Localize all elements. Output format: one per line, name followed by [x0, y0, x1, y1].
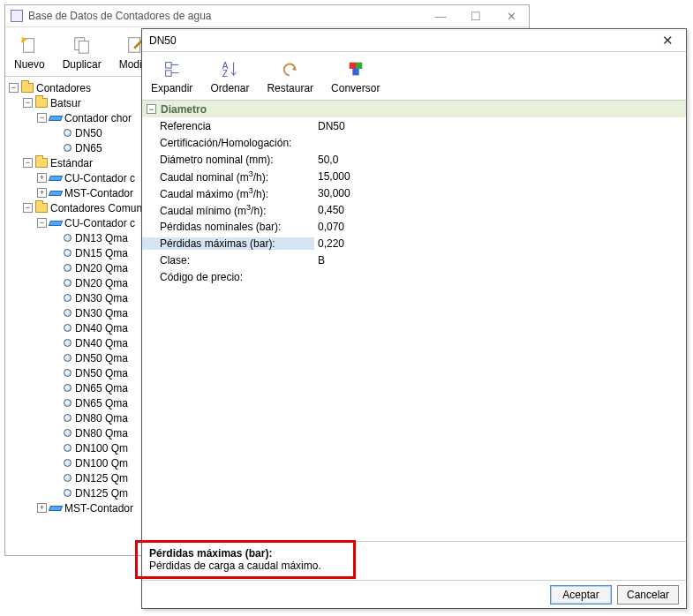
property-row[interactable]: Clase:B	[142, 252, 686, 268]
duplicar-label: Duplicar	[63, 58, 102, 71]
property-label: Caudal nominal (m3/h):	[142, 169, 314, 184]
tree-toggle[interactable]: −	[9, 83, 19, 93]
tree-toggle[interactable]: −	[37, 113, 47, 123]
tree-toggle[interactable]: +	[37, 173, 47, 183]
tree-toggle[interactable]: −	[23, 98, 33, 108]
item-icon	[64, 249, 72, 257]
meter-icon	[49, 116, 63, 121]
svg-text:Z: Z	[222, 69, 228, 79]
meter-icon	[49, 221, 63, 226]
property-row[interactable]: Caudal mínimo (m3/h):0,450	[142, 201, 686, 218]
tree-toggle[interactable]: −	[37, 218, 47, 228]
tree-label: DN50	[75, 127, 102, 139]
tree-toggle[interactable]: −	[23, 158, 33, 168]
property-value[interactable]: 0,450	[314, 204, 686, 216]
tree-label: DN15 Qma	[75, 247, 128, 259]
tree-label: DN40 Qma	[75, 322, 128, 334]
restaurar-button[interactable]: Restaurar	[258, 52, 322, 100]
item-icon	[64, 144, 72, 152]
item-icon	[64, 354, 72, 362]
tree-label: DN30 Qma	[75, 307, 128, 319]
description-heading: Pérdidas máximas (bar):	[149, 547, 679, 560]
property-list: ReferenciaDN50Certificación/Homologación…	[142, 117, 686, 541]
item-icon	[64, 459, 72, 467]
app-icon	[11, 10, 23, 22]
item-icon	[64, 264, 72, 272]
ordenar-button[interactable]: AZ Ordenar	[201, 52, 258, 100]
item-icon	[64, 489, 72, 497]
property-value[interactable]: 0,220	[314, 237, 686, 250]
property-value[interactable]: 30,000	[314, 187, 686, 199]
folder-icon	[35, 203, 48, 213]
tree-label: DN80 Qma	[75, 427, 128, 439]
item-icon	[64, 444, 72, 452]
close-button[interactable]: ✕	[493, 10, 529, 23]
property-row[interactable]: Certificación/Homologación:	[142, 134, 686, 151]
undo-icon	[281, 59, 300, 79]
item-icon	[64, 474, 72, 482]
expandir-button[interactable]: Expandir	[142, 52, 201, 100]
conversor-icon	[346, 59, 365, 79]
tree-label: MST-Contador	[64, 187, 133, 199]
item-icon	[64, 234, 72, 242]
tree-toggle[interactable]: +	[37, 188, 47, 198]
property-row[interactable]: Pérdidas nominales (bar):0,070	[142, 218, 686, 235]
tree-label: CU-Contador c	[64, 172, 135, 184]
maximize-button[interactable]: ☐	[458, 10, 493, 23]
meter-icon	[49, 506, 63, 511]
dialog-footer: Pérdidas máximas (bar): Pérdidas de carg…	[142, 541, 686, 608]
folder-icon	[21, 83, 34, 93]
tree-toggle[interactable]: −	[23, 203, 33, 213]
collapse-icon[interactable]: −	[147, 104, 156, 114]
section-header[interactable]: − Diametro	[142, 101, 686, 117]
item-icon	[64, 414, 72, 422]
tree-label: Batsur	[50, 97, 81, 109]
svg-rect-2	[79, 41, 88, 53]
tree-label: DN30 Qma	[75, 292, 128, 304]
property-row[interactable]: Caudal nominal (m3/h):15,000	[142, 168, 686, 184]
property-label: Código de precio:	[142, 271, 314, 283]
property-value[interactable]: 0,070	[314, 221, 686, 233]
tree-label: DN50 Qma	[75, 352, 128, 364]
tree-label: Estándar	[50, 157, 93, 169]
new-icon	[19, 35, 39, 55]
tree-label: DN65 Qma	[75, 382, 128, 394]
property-label: Referencia	[142, 120, 314, 132]
property-value[interactable]: B	[314, 254, 686, 267]
dialog-title: DN50	[149, 34, 177, 47]
property-value[interactable]: 50,0	[314, 154, 686, 166]
minimize-button[interactable]: —	[423, 10, 458, 23]
duplicar-button[interactable]: Duplicar	[54, 27, 110, 76]
button-row: Aceptar Cancelar	[142, 580, 686, 608]
item-icon	[64, 399, 72, 407]
description-text: Pérdidas de carga a caudal máximo.	[149, 560, 679, 572]
restaurar-label: Restaurar	[267, 82, 313, 94]
item-icon	[64, 429, 72, 437]
property-value[interactable]: 15,000	[314, 170, 686, 183]
property-row[interactable]: ReferenciaDN50	[142, 117, 686, 134]
property-row[interactable]: Diámetro nominal (mm):50,0	[142, 151, 686, 168]
expand-icon	[162, 59, 182, 79]
ok-button[interactable]: Aceptar	[550, 585, 612, 605]
property-row[interactable]: Caudal máximo (m3/h):30,000	[142, 184, 686, 201]
property-value[interactable]: DN50	[314, 120, 686, 132]
section-title: Diametro	[161, 103, 207, 116]
nuevo-button[interactable]: Nuevo	[5, 27, 54, 76]
dialog-toolbar: Expandir AZ Ordenar Restaurar Conversor	[142, 52, 686, 101]
item-icon	[64, 279, 72, 287]
conversor-button[interactable]: Conversor	[322, 52, 388, 100]
item-icon	[64, 339, 72, 347]
cancel-button[interactable]: Cancelar	[617, 585, 679, 605]
conversor-label: Conversor	[331, 82, 380, 94]
tree-toggle[interactable]: +	[37, 503, 47, 513]
tree-label: CU-Contador c	[64, 217, 135, 229]
property-label: Certificación/Homologación:	[142, 137, 314, 149]
ordenar-label: Ordenar	[210, 82, 249, 94]
property-row[interactable]: Código de precio:	[142, 268, 686, 285]
property-row[interactable]: Pérdidas máximas (bar):0,220	[142, 235, 686, 252]
meter-icon	[49, 176, 63, 181]
property-label: Clase:	[142, 254, 314, 267]
dialog-close-button[interactable]: ✕	[649, 33, 686, 49]
item-icon	[64, 324, 72, 332]
meter-icon	[49, 191, 63, 196]
